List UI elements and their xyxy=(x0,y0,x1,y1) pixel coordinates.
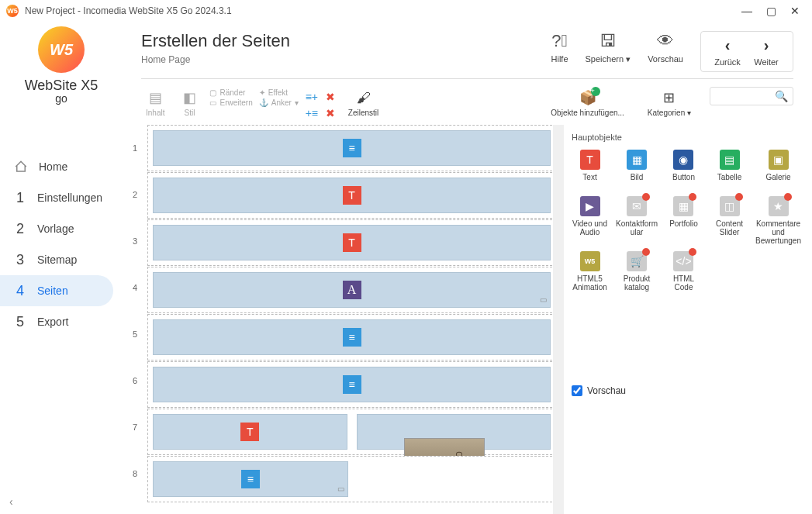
search-input[interactable]: 🔍 xyxy=(710,87,793,105)
preview-checkbox-input[interactable] xyxy=(572,385,582,396)
help-button[interactable]: ?⃝Hilfe xyxy=(551,31,568,64)
page-row[interactable]: A▭ xyxy=(147,267,556,313)
row-number: 8 xyxy=(123,450,147,497)
window-title: New Project - Incomedia WebSite X5 Go 20… xyxy=(25,5,232,16)
save-button[interactable]: 🖫Speichern ▾ xyxy=(586,31,631,64)
page-title: Erstellen der Seiten xyxy=(141,31,290,51)
object-html-code[interactable]: </>HTML Code xyxy=(662,250,705,293)
add-object-icon: 📦+ xyxy=(579,88,597,107)
maximize-button[interactable]: ▢ xyxy=(766,5,776,17)
text-cell[interactable]: ≡ xyxy=(153,130,551,166)
title-object-icon: T xyxy=(240,423,259,441)
object-icon: ▣ xyxy=(769,150,789,170)
text-cell[interactable]: ≡ xyxy=(153,319,551,355)
object-icon: ✉ xyxy=(627,196,647,216)
object-kommentare-und-bewertungen[interactable]: ★Kommentare und Bewertungen xyxy=(754,195,803,247)
vertical-scrollbar[interactable] xyxy=(553,125,564,514)
page-row[interactable]: ≡▭ xyxy=(147,456,556,502)
object-icon: ▦ xyxy=(673,196,693,216)
object-icon: 🛒 xyxy=(627,251,647,271)
next-button[interactable]: ›Weiter xyxy=(749,36,783,67)
anchor-button[interactable]: ⚓ Anker ▾ xyxy=(259,98,299,107)
object-label: Video und Audio xyxy=(572,219,607,236)
object-galerie[interactable]: ▣Galerie xyxy=(754,148,803,191)
col-remove-button[interactable]: ✖ xyxy=(323,106,337,120)
object-produkt-katalog[interactable]: 🛒Produkt katalog xyxy=(614,250,659,293)
object-tabelle[interactable]: ▤Tabelle xyxy=(708,148,751,191)
row-number: 2 xyxy=(123,171,147,218)
row-add-before-button[interactable]: ≡+ xyxy=(305,90,319,104)
object-icon: ◉ xyxy=(673,150,693,170)
borders-button[interactable]: ▢ Ränder xyxy=(209,88,252,97)
title-cell[interactable]: T xyxy=(153,414,347,450)
object-button[interactable]: ◉Button xyxy=(662,148,705,191)
object-label: Tabelle xyxy=(717,173,742,190)
object-icon: </> xyxy=(673,251,693,271)
font-cell[interactable]: A▭ xyxy=(153,272,551,308)
object-video-und-audio[interactable]: ▶Video und Audio xyxy=(568,195,611,247)
rowstyle-button[interactable]: 🖌Zeilenstil xyxy=(344,87,383,119)
expand-button[interactable]: ▭ Erweitern xyxy=(209,98,252,107)
add-objects-button[interactable]: 📦+Objekte hinzufügen... xyxy=(546,87,629,119)
page-row[interactable]: TCACAO xyxy=(147,409,556,455)
page-canvas[interactable]: 1 2 3 4 5 6 7 8 ≡ T T xyxy=(123,125,564,514)
empty-cell[interactable] xyxy=(358,461,551,497)
row-remove-button[interactable]: ✖ xyxy=(323,90,337,104)
object-icon: ▤ xyxy=(720,150,740,170)
nav-home[interactable]: Home xyxy=(0,151,113,182)
minimize-button[interactable]: — xyxy=(741,5,752,17)
title-object-icon: T xyxy=(343,186,361,205)
save-icon: 🖫 xyxy=(599,31,617,51)
logo-name: WebSite X5 xyxy=(25,78,98,94)
objects-heading: Hauptobjekte xyxy=(568,129,803,148)
row-number: 4 xyxy=(123,264,147,311)
style-button[interactable]: ◧Stil xyxy=(175,87,203,119)
back-button[interactable]: ‹Zurück xyxy=(710,36,745,67)
object-bild[interactable]: ▦Bild xyxy=(614,148,659,191)
object-content-slider[interactable]: ◫Content Slider xyxy=(708,195,751,247)
effect-button[interactable]: ✦ Effekt xyxy=(259,88,299,97)
nav-sitemap[interactable]: 3Sitemap xyxy=(0,244,113,275)
content-button[interactable]: ▤Inhalt xyxy=(141,87,169,119)
nav-export[interactable]: 5Export xyxy=(0,306,113,337)
collapse-sidebar-button[interactable]: ‹ xyxy=(0,489,22,514)
app-icon: W5 xyxy=(6,5,19,17)
object-label: Text xyxy=(582,173,596,190)
nav-pages[interactable]: 4Seiten xyxy=(0,275,113,306)
title-cell[interactable]: T xyxy=(153,178,551,213)
row-add-after-button[interactable]: +≡ xyxy=(305,106,319,120)
object-label: Produkt katalog xyxy=(624,274,650,291)
image-cell[interactable]: CACAO xyxy=(357,414,551,450)
object-label: Bild xyxy=(631,173,644,190)
object-label: Kontaktform ular xyxy=(616,219,658,236)
style-icon: ◧ xyxy=(180,88,199,107)
page-row[interactable]: ≡ xyxy=(147,314,556,360)
preview-checkbox[interactable]: Vorschau xyxy=(568,378,803,505)
nav-template[interactable]: 2Vorlage xyxy=(0,213,113,244)
title-object-icon: T xyxy=(343,233,361,252)
text-object-icon: ≡ xyxy=(343,375,361,394)
chevron-left-icon: ‹ xyxy=(725,36,731,54)
object-icon: ▦ xyxy=(627,150,647,170)
object-label: Button xyxy=(672,173,695,190)
close-button[interactable]: ✕ xyxy=(790,5,800,17)
page-row[interactable]: T xyxy=(147,172,556,219)
categories-button[interactable]: ⊞Kategorien ▾ xyxy=(643,87,696,119)
nav-settings[interactable]: 1Einstellungen xyxy=(0,182,113,213)
object-text[interactable]: TText xyxy=(568,148,611,191)
object-kontaktform-ular[interactable]: ✉Kontaktform ular xyxy=(614,195,659,247)
object-label: Content Slider xyxy=(716,219,743,236)
text-cell[interactable]: ≡ xyxy=(153,367,551,402)
page-row[interactable]: ≡ xyxy=(147,125,556,171)
text-cell[interactable]: ≡▭ xyxy=(153,461,348,497)
object-html5-animation[interactable]: W5HTML5 Animation xyxy=(568,250,611,293)
page-row[interactable]: ≡ xyxy=(147,361,556,408)
page-row[interactable]: T xyxy=(147,219,556,266)
title-cell[interactable]: T xyxy=(153,225,551,260)
preview-button[interactable]: 👁Vorschau xyxy=(648,31,683,64)
cell-badge-icon: ▭ xyxy=(540,295,547,304)
object-portfolio[interactable]: ▦Portfolio xyxy=(662,195,705,247)
object-label: Kommentare und Bewertungen xyxy=(755,219,801,245)
object-icon: ◫ xyxy=(720,196,740,216)
object-icon: ★ xyxy=(769,196,789,216)
